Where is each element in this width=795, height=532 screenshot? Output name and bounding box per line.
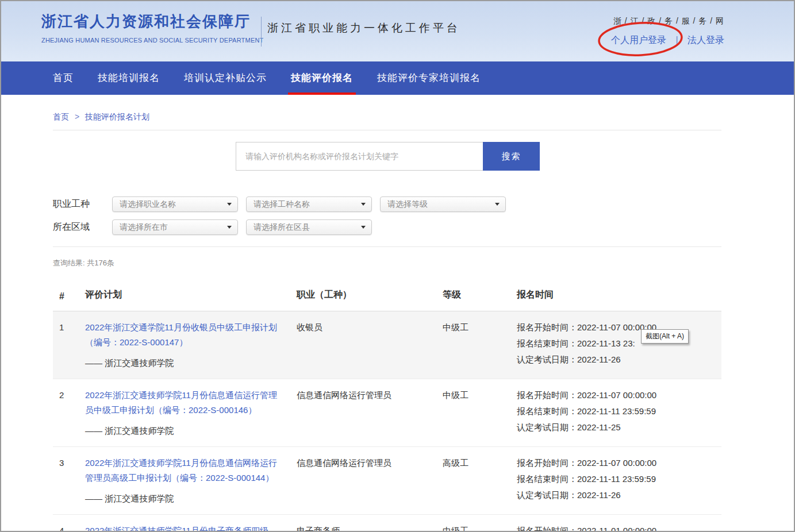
occupation-cell: 收银员: [297, 320, 443, 373]
screenshot-tooltip: 截图(Alt + A): [641, 329, 689, 344]
breadcrumb: 首页 > 技能评价报名计划: [53, 95, 721, 130]
level-select-value: 请选择等级: [387, 199, 428, 210]
plan-title-link[interactable]: 2022年浙江交通技师学院11月份信息通信网络运行管理员高级工申报计划（编号：2…: [85, 458, 277, 483]
corporate-login-link[interactable]: 法人登录: [688, 35, 724, 45]
logo-title: 浙江省人力资源和社会保障厅: [41, 11, 263, 32]
occupation-cell: 信息通信网络运行管理员: [297, 388, 443, 441]
region-filter-row: 所在区域 请选择所在市 请选择所在区县: [53, 219, 721, 235]
chevron-down-icon: [227, 203, 232, 206]
search-input[interactable]: [236, 142, 483, 171]
plan-title-link[interactable]: 2022年浙江交通技师学院11月份信息通信运行管理员中级工申报计划（编号：202…: [85, 390, 277, 415]
search-bar: 搜索: [236, 142, 721, 171]
plan-cell: 2022年浙江交通技师学院11月份电子商务师四级: [85, 523, 297, 532]
chevron-down-icon: [361, 226, 366, 229]
header-col-occupation: 职业（工种）: [297, 289, 443, 304]
start-time: 报名开始时间：2022-11-07 00:00:00: [517, 319, 721, 336]
exam-date: 认定考试日期：2022-11-26: [517, 487, 721, 504]
plan-title-link[interactable]: 2022年浙江交通技师学院11月份电子商务师四级: [85, 526, 268, 532]
logo: 浙江省人力资源和社会保障厅 ZHEJIANG HUMAN RESOURCES A…: [41, 11, 263, 44]
gov-service-net-link[interactable]: 浙 / 江 / 政 / 务 / 服 / 务 / 网: [611, 16, 724, 26]
table-row: 2 2022年浙江交通技师学院11月份信息通信运行管理员中级工申报计划（编号：2…: [53, 379, 721, 447]
chevron-down-icon: [361, 203, 366, 206]
occupation-filter-label: 职业工种: [53, 198, 112, 210]
nav-item-home[interactable]: 首页: [53, 61, 74, 95]
work-type-select[interactable]: 请选择工种名称: [246, 196, 372, 212]
occupation-cell: 信息通信网络运行管理员: [297, 456, 443, 508]
time-cell: 报名开始时间：2022-11-07 00:00:00 报名结束时间：2022-1…: [517, 388, 721, 441]
header-col-index: #: [53, 289, 85, 304]
nav-item-subsidy-notice[interactable]: 培训认定补贴公示: [184, 61, 267, 95]
district-select[interactable]: 请选择所在区县: [246, 219, 372, 235]
login-links: 个人用户登录 | 法人登录: [611, 34, 724, 47]
exam-date: 认定考试日期：2022-11-25: [517, 419, 721, 436]
occupation-cell: 电子商务师: [297, 523, 443, 532]
row-index: 1: [53, 320, 85, 373]
logo-subtitle: ZHEJIANG HUMAN RESOURCES AND SOCIAL SECU…: [41, 37, 263, 44]
district-select-value: 请选择所在区县: [254, 222, 310, 233]
chevron-down-icon: [227, 226, 232, 229]
row-index: 3: [53, 456, 85, 508]
header-col-time: 报名时间: [517, 289, 721, 304]
time-cell: 报名开始时间：2022-11-07 00:00:00 报名结束时间：2022-1…: [517, 320, 721, 373]
work-type-select-value: 请选择工种名称: [254, 199, 310, 210]
occupation-name-select-value: 请选择职业名称: [120, 199, 176, 210]
end-time: 报名结束时间：2022-11-11 23:59:59: [517, 471, 721, 488]
table-row: 1 2022年浙江交通学院11月份收银员中级工申报计划（编号：2022-S-00…: [53, 311, 721, 379]
plan-cell: 2022年浙江交通技师学院11月份信息通信运行管理员中级工申报计划（编号：202…: [85, 388, 297, 441]
row-index: 4: [53, 523, 85, 532]
start-time: 报名开始时间：2022-11-01 00:00:00: [517, 522, 721, 532]
table-header-row: # 评价计划 职业（工种） 等级 报名时间: [53, 283, 721, 311]
browser-page: 浙江省人力资源和社会保障厅 ZHEJIANG HUMAN RESOURCES A…: [0, 0, 795, 532]
row-index: 2: [53, 388, 85, 441]
level-cell: 中级工: [443, 388, 517, 441]
site-header: 浙江省人力资源和社会保障厅 ZHEJIANG HUMAN RESOURCES A…: [1, 1, 794, 61]
start-time: 报名开始时间：2022-11-07 00:00:00: [517, 454, 721, 472]
table-row: 4 2022年浙江交通技师学院11月份电子商务师四级 电子商务师 中级工 报名开…: [53, 515, 721, 532]
nav-item-skill-evaluation[interactable]: 技能评价报名: [291, 61, 353, 95]
plan-organization: —— 浙江交通技师学院: [85, 423, 283, 438]
header-right: 浙 / 江 / 政 / 务 / 服 / 务 / 网 个人用户登录 | 法人登录: [611, 16, 724, 47]
plan-cell: 2022年浙江交通技师学院11月份信息通信网络运行管理员高级工申报计划（编号：2…: [85, 456, 297, 508]
plan-organization: —— 浙江交通技师学院: [85, 491, 283, 506]
chevron-down-icon: [495, 203, 500, 206]
level-cell: 中级工: [443, 320, 517, 373]
table-row: 3 2022年浙江交通技师学院11月份信息通信网络运行管理员高级工申报计划（编号…: [53, 447, 721, 515]
results-summary: 查询结果: 共176条: [53, 258, 721, 268]
level-select[interactable]: 请选择等级: [380, 196, 506, 212]
content-container: 首页 > 技能评价报名计划 搜索 职业工种 请选择职业名称 请选择工种名称 请选…: [53, 95, 721, 532]
header-col-plan: 评价计划: [85, 289, 297, 304]
occupation-filter-row: 职业工种 请选择职业名称 请选择工种名称 请选择等级: [53, 196, 721, 212]
login-separator: |: [675, 35, 678, 45]
search-button[interactable]: 搜索: [483, 142, 540, 171]
city-select-value: 请选择所在市: [120, 222, 168, 233]
filter-block: 职业工种 请选择职业名称 请选择工种名称 请选择等级 所在区域 请选择所在市: [53, 196, 721, 247]
breadcrumb-separator: >: [75, 112, 79, 121]
region-filter-label: 所在区域: [53, 221, 112, 233]
start-time: 报名开始时间：2022-11-07 00:00:00: [517, 387, 721, 404]
time-cell: 报名开始时间：2022-11-01 00:00:00: [517, 523, 721, 532]
city-select[interactable]: 请选择所在市: [112, 219, 238, 235]
level-cell: 中级工: [443, 523, 517, 532]
end-time: 报名结束时间：2022-11-13 23:: [517, 335, 721, 352]
plan-organization: —— 浙江交通技师学院: [85, 356, 283, 371]
nav-item-expert-training[interactable]: 技能评价专家培训报名: [377, 61, 481, 95]
breadcrumb-home-link[interactable]: 首页: [53, 112, 69, 121]
header-divider: [261, 17, 262, 47]
plan-cell: 2022年浙江交通学院11月份收银员中级工申报计划（编号：2022-S-0001…: [85, 320, 297, 373]
header-col-level: 等级: [443, 289, 517, 304]
personal-login-link[interactable]: 个人用户登录: [611, 35, 666, 45]
end-time: 报名结束时间：2022-11-11 23:59:59: [517, 403, 721, 420]
occupation-name-select[interactable]: 请选择职业名称: [112, 196, 238, 212]
exam-date: 认定考试日期：2022-11-26: [517, 351, 721, 368]
platform-title: 浙江省职业能力一体化工作平台: [267, 21, 460, 36]
nav-item-training-signup[interactable]: 技能培训报名: [98, 61, 160, 95]
time-cell: 报名开始时间：2022-11-07 00:00:00 报名结束时间：2022-1…: [517, 456, 721, 508]
breadcrumb-current: 技能评价报名计划: [85, 112, 149, 121]
plan-title-link[interactable]: 2022年浙江交通学院11月份收银员中级工申报计划（编号：2022-S-0001…: [85, 322, 277, 347]
main-nav: 首页 技能培训报名 培训认定补贴公示 技能评价报名 技能评价专家培训报名: [1, 61, 794, 95]
level-cell: 高级工: [443, 456, 517, 508]
